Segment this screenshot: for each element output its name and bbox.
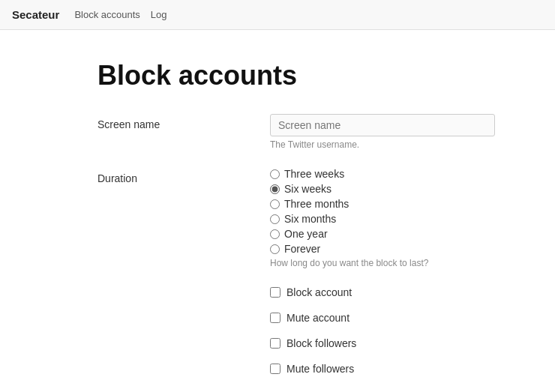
duration-option-label-three_months: Three months bbox=[284, 198, 349, 210]
screen-name-field-group: The Twitter username. bbox=[270, 114, 555, 150]
duration-field-group: Three weeksSix weeksThree monthsSix mont… bbox=[270, 168, 555, 268]
duration-option-label-six_weeks: Six weeks bbox=[284, 183, 332, 195]
navbar: Secateur Block accounts Log bbox=[0, 0, 555, 30]
action-label-mute_followers: Mute followers bbox=[286, 363, 354, 375]
action-label-block_followers: Block followers bbox=[286, 337, 356, 349]
duration-option-three_months[interactable]: Three months bbox=[270, 198, 555, 210]
checkbox-block_account[interactable] bbox=[270, 287, 280, 298]
page-title: Block accounts bbox=[98, 60, 555, 91]
checkbox-mute_account[interactable] bbox=[270, 313, 280, 323]
action-option-block_followers[interactable]: Block followers bbox=[270, 337, 555, 349]
duration-radio-three_months[interactable] bbox=[270, 199, 280, 209]
duration-radio-group: Three weeksSix weeksThree monthsSix mont… bbox=[270, 168, 555, 255]
duration-radio-three_weeks[interactable] bbox=[270, 169, 280, 179]
duration-option-six_months[interactable]: Six months bbox=[270, 213, 555, 225]
duration-option-label-one_year: One year bbox=[284, 228, 328, 240]
brand-logo: Secateur bbox=[12, 8, 59, 21]
screen-name-input[interactable] bbox=[270, 114, 495, 136]
actions-checkbox-group: Block accountMute accountBlock followers… bbox=[270, 286, 555, 375]
action-label-block_account: Block account bbox=[286, 286, 352, 298]
action-option-mute_followers[interactable]: Mute followers bbox=[270, 363, 555, 375]
duration-radio-one_year[interactable] bbox=[270, 229, 280, 239]
duration-option-label-six_months: Six months bbox=[284, 213, 336, 225]
main-content: Block accounts Screen name The Twitter u… bbox=[0, 30, 555, 392]
duration-row: Duration Three weeksSix weeksThree month… bbox=[98, 168, 555, 268]
duration-radio-forever[interactable] bbox=[270, 244, 280, 254]
duration-radio-six_weeks[interactable] bbox=[270, 184, 280, 194]
actions-label bbox=[98, 286, 270, 291]
actions-field-group: Block accountMute accountBlock followers… bbox=[270, 286, 555, 375]
screen-name-hint: The Twitter username. bbox=[270, 139, 555, 150]
duration-option-one_year[interactable]: One year bbox=[270, 228, 555, 240]
duration-option-label-three_weeks: Three weeks bbox=[284, 168, 344, 180]
checkbox-mute_followers[interactable] bbox=[270, 364, 280, 374]
screen-name-row: Screen name The Twitter username. bbox=[98, 114, 555, 150]
duration-label: Duration bbox=[98, 168, 270, 184]
action-label-mute_account: Mute account bbox=[286, 312, 350, 324]
duration-option-three_weeks[interactable]: Three weeks bbox=[270, 168, 555, 180]
duration-radio-six_months[interactable] bbox=[270, 214, 280, 224]
action-option-block_account[interactable]: Block account bbox=[270, 286, 555, 298]
duration-option-label-forever: Forever bbox=[284, 243, 320, 255]
duration-option-forever[interactable]: Forever bbox=[270, 243, 555, 255]
nav-block-accounts[interactable]: Block accounts bbox=[74, 9, 140, 20]
checkbox-block_followers[interactable] bbox=[270, 338, 280, 349]
duration-option-six_weeks[interactable]: Six weeks bbox=[270, 183, 555, 195]
nav-log[interactable]: Log bbox=[151, 9, 167, 20]
action-option-mute_account[interactable]: Mute account bbox=[270, 312, 555, 324]
duration-hint: How long do you want the block to last? bbox=[270, 258, 555, 268]
screen-name-label: Screen name bbox=[98, 114, 270, 130]
actions-row: Block accountMute accountBlock followers… bbox=[98, 286, 555, 375]
